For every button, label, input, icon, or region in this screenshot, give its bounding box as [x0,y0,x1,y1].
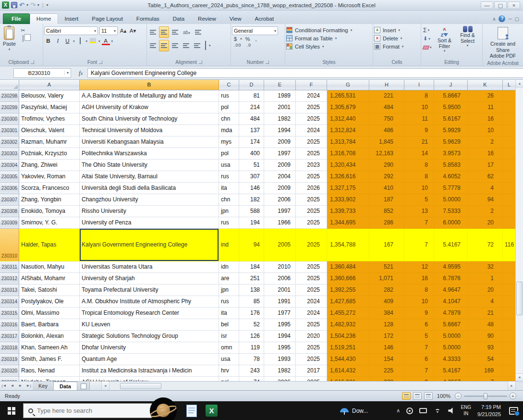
cell[interactable]: 146 [369,342,404,354]
cell[interactable]: ita [219,308,239,319]
cell[interactable]: Institut za Medicinska Istrazivanja i Me… [80,365,219,377]
cell[interactable]: usa [219,160,239,171]
cell[interactable]: 2025 [296,377,327,381]
comma-style-button[interactable]: , [253,36,258,42]
cell[interactable]: 54 [468,354,503,365]
cell[interactable]: 172 [369,331,404,342]
cell[interactable]: 2025 [296,171,327,183]
cell[interactable]: 2025 [296,319,327,331]
row-header[interactable]: 230315 [0,308,19,319]
cell[interactable]: 2025 [296,194,327,206]
column-header[interactable]: A [19,80,80,90]
percent-style-button[interactable]: % [243,36,252,42]
cell[interactable]: 174 [239,136,264,148]
cell[interactable]: 5.0000 [434,342,468,354]
cell[interactable]: KU Leuven [80,319,219,331]
cell[interactable]: 7 [404,342,434,354]
number-dialog-launcher-icon[interactable] [266,61,269,64]
cell[interactable]: 2025 [296,136,327,148]
cell[interactable]: AGH University of Krakow [80,102,219,113]
cell[interactable]: 1,265,531 [327,90,369,102]
cell[interactable] [503,261,515,273]
cell[interactable]: A.A.Baikov Institute of Metallurgy and M… [80,90,219,102]
cell[interactable] [503,354,515,365]
cell[interactable]: 5.8667 [434,90,468,102]
cell[interactable]: 8 [404,160,434,171]
cell[interactable]: 1,482,932 [327,319,369,331]
cell[interactable]: 2001 [264,284,296,296]
cell[interactable]: 2001 [264,102,296,113]
cell[interactable]: 4.7879 [434,308,468,319]
cell[interactable]: 7 [404,365,434,377]
cell[interactable]: 1,427,685 [327,296,369,308]
qat-customize-icon[interactable]: ▾ [46,3,48,7]
cell[interactable]: 484 [239,113,264,125]
search-input[interactable] [37,407,153,414]
cell[interactable]: 4.3333 [434,354,468,365]
cell[interactable]: 484 [369,102,404,113]
cell[interactable]: 5.0000 [434,331,468,342]
cell[interactable]: 1,845 [369,136,404,148]
cell[interactable]: Poźniak, Krzyszto [19,148,80,160]
cell[interactable]: 2006 [264,194,296,206]
cell[interactable]: 243 [239,365,264,377]
cell[interactable]: 10 [468,125,503,136]
cell[interactable]: 167 [369,229,404,261]
cell[interactable]: AlShabi, Mohamr [19,273,80,284]
cell[interactable]: 384 [369,308,404,319]
cell[interactable]: 81 [239,90,264,102]
cell[interactable] [503,136,515,148]
cell[interactable]: 1,392,255 [327,284,369,296]
row-header[interactable]: 230300 [0,113,19,125]
cell[interactable]: 11 [468,102,503,113]
cell[interactable]: 2009 [264,183,296,194]
cell[interactable]: 6 [404,354,434,365]
cell[interactable]: 2025 [296,284,327,296]
cell[interactable]: isr [219,331,239,342]
cell[interactable] [503,148,515,160]
scroll-left-icon[interactable]: ◄ [102,382,109,390]
cell[interactable]: 194 [239,217,264,229]
cell[interactable]: 21 [468,308,503,319]
font-color-button[interactable]: A [102,37,110,45]
cell[interactable]: 486 [369,125,404,136]
cell[interactable]: 1989 [264,90,296,102]
cell[interactable]: 1,316,708 [327,148,369,160]
cell[interactable]: Belousov, Valery [19,90,80,102]
cell[interactable]: 1,333,902 [327,194,369,206]
cell[interactable]: Strategic Solutions Technology Group [80,331,219,342]
cell[interactable]: mda [219,125,239,136]
cell[interactable]: 137 [239,125,264,136]
alignment-dialog-launcher-icon[interactable] [199,61,202,64]
weather-widget[interactable]: Dow... [340,407,368,415]
zoom-level[interactable]: 100% [435,393,452,399]
cell[interactable]: Rissho University [80,206,219,217]
cell[interactable]: 128 [369,319,404,331]
cell[interactable]: 1,305,679 [327,102,369,113]
cell[interactable]: 4.2667 [434,377,468,381]
cell[interactable]: Dhofar University [80,342,219,354]
cell[interactable]: rus [219,90,239,102]
row-header[interactable]: 230309 [0,217,19,229]
align-right-button[interactable] [170,40,180,51]
cell[interactable] [503,194,515,206]
zoom-slider-thumb[interactable] [484,393,487,399]
cell[interactable]: 1,614,432 [327,365,369,377]
row-header[interactable]: 230302 [0,136,19,148]
taskbar-search[interactable] [23,403,158,418]
cell[interactable]: 588 [239,206,264,217]
cell[interactable]: 4.6052 [434,171,468,183]
cell[interactable]: 1,519,251 [327,342,369,354]
decrease-decimal-icon[interactable]: .0 [245,43,254,48]
tray-chevron-icon[interactable]: ∧ [396,408,400,414]
fill-color-button[interactable] [89,37,97,45]
cell[interactable]: 1,327,175 [327,183,369,194]
start-button[interactable] [0,401,23,420]
cell[interactable]: mys [219,136,239,148]
underline-button[interactable]: U [63,37,72,45]
cell[interactable] [503,308,515,319]
clipboard-dialog-launcher-icon[interactable] [31,61,34,64]
insert-worksheet-icon[interactable] [77,382,90,390]
cell[interactable]: The Ohio State University [80,160,219,171]
row-header[interactable]: 230319 [0,354,19,365]
